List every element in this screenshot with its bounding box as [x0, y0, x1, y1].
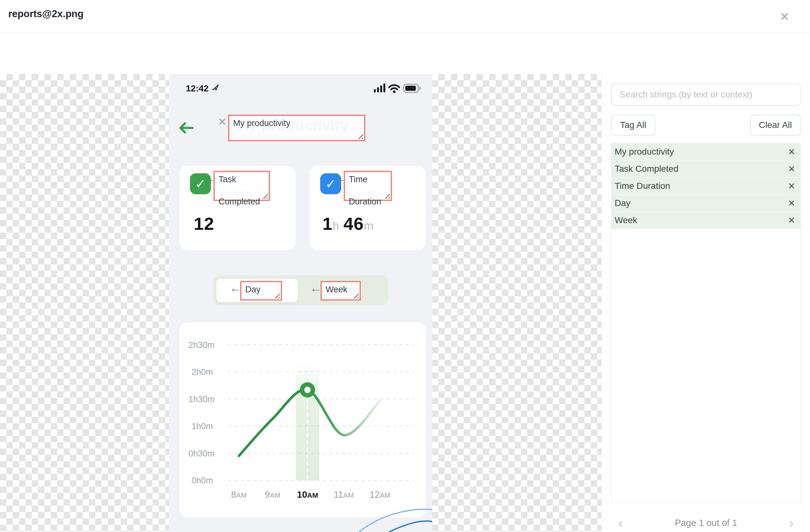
phone-screenshot: 12:42: [169, 74, 432, 532]
string-tag-text: Week: [322, 282, 360, 297]
x-tick-8am: 8AM: [220, 489, 258, 500]
tag-line-2: Duration: [349, 197, 381, 206]
string-row-label: My productivity: [612, 147, 783, 157]
close-icon[interactable]: ×: [775, 7, 794, 26]
string-tag-text: Time Duration: [345, 172, 391, 209]
editor-canvas[interactable]: 12:42: [0, 74, 601, 532]
x-tick-9am: 9AM: [254, 489, 292, 500]
wifi-icon: [389, 85, 399, 93]
string-row[interactable]: Week ×: [612, 212, 800, 229]
battery-icon: [404, 84, 421, 93]
search-input[interactable]: [611, 83, 801, 106]
productivity-chart-card: 2h30m 2h0m 1h30m 1h0m 0h30m 0h0m: [179, 322, 426, 517]
string-row[interactable]: Task Completed ×: [612, 161, 800, 178]
time-duration-value: 1 h 46 m: [322, 213, 373, 234]
remove-string-icon[interactable]: ×: [783, 215, 800, 226]
back-arrow-icon[interactable]: [179, 121, 194, 135]
tag-line-1: Task: [218, 174, 236, 184]
tag-all-button[interactable]: Tag All: [611, 115, 655, 135]
remove-string-icon[interactable]: ×: [783, 146, 800, 157]
tag-line-1: Time: [349, 174, 368, 184]
string-tag-my-productivity[interactable]: My productivity: [228, 115, 365, 141]
minutes-unit: m: [364, 219, 373, 233]
resize-handle[interactable]: [357, 133, 363, 139]
strings-list: My productivity × Task Completed × Time …: [611, 143, 801, 503]
remove-string-icon[interactable]: ×: [783, 163, 800, 174]
hours-value: 1: [322, 213, 333, 234]
task-completed-value: 12: [194, 213, 214, 234]
file-title: reports@2x.png: [8, 8, 83, 20]
string-tag-text: Task Completed: [215, 172, 269, 209]
remove-string-icon[interactable]: ×: [783, 197, 800, 209]
tag-remove-x-icon[interactable]: ×: [218, 114, 226, 130]
decorative-blue-curves: [350, 500, 432, 532]
pagination: ‹ Page 1 out of 1 ›: [611, 516, 801, 530]
highlight-point-center: [304, 387, 311, 393]
location-arrow-icon: [212, 83, 220, 94]
string-row-label: Week: [612, 215, 783, 226]
string-tag-text: My productivity: [229, 116, 364, 131]
page-indicator: Page 1 out of 1: [630, 518, 782, 528]
string-row-label: Task Completed: [612, 164, 783, 174]
status-time: 12:42: [186, 83, 209, 94]
string-tag-task-completed[interactable]: Task Completed: [213, 171, 270, 201]
signal-bars-icon: [374, 83, 385, 93]
string-tagging-app: reports@2x.png ×: [0, 0, 810, 532]
window-header: reports@2x.png ×: [0, 0, 810, 33]
minutes-value: 46: [343, 213, 364, 234]
string-tag-week[interactable]: Week: [321, 281, 361, 301]
gridlines: [228, 345, 414, 480]
status-icons: [374, 83, 422, 95]
tag-line-2: Completed: [218, 197, 260, 206]
string-tag-time-duration[interactable]: Time Duration: [344, 171, 392, 201]
strings-sidebar: Tag All Clear All My productivity × Task…: [601, 74, 810, 532]
status-bar: 12:42: [186, 83, 220, 94]
next-page-icon[interactable]: ›: [782, 516, 801, 530]
string-row-label: Day: [612, 198, 783, 208]
hours-unit: h: [333, 219, 339, 233]
toolbar: Filter strings: /productivity.csv String…: [0, 33, 810, 74]
tag-origin-arrow-icon: ←: [229, 282, 241, 294]
line-chart: [179, 322, 426, 517]
string-row[interactable]: My productivity ×: [612, 144, 800, 161]
clear-all-button[interactable]: Clear All: [750, 115, 801, 135]
string-row[interactable]: Day ×: [612, 195, 800, 212]
prev-page-icon[interactable]: ‹: [611, 516, 630, 530]
string-tag-text: Day: [241, 282, 281, 297]
string-row[interactable]: Time Duration ×: [612, 178, 800, 195]
x-tick-11am: 11AM: [325, 489, 363, 500]
string-row-label: Time Duration: [612, 181, 783, 191]
x-tick-12am: 12AM: [361, 489, 399, 500]
string-tag-day[interactable]: Day: [240, 281, 282, 301]
tag-origin-arrow-icon: ←: [310, 282, 322, 294]
remove-string-icon[interactable]: ×: [783, 180, 800, 192]
x-tick-10am: 10AM: [288, 489, 326, 500]
